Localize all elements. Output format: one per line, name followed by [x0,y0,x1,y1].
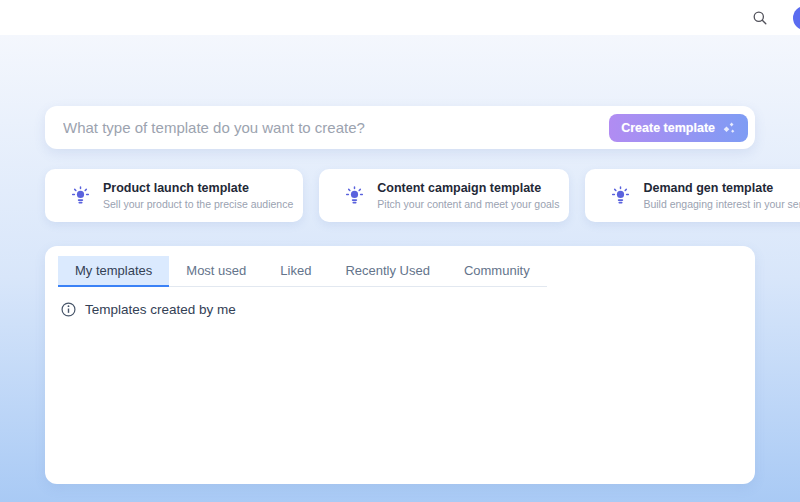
templates-empty-state: Templates created by me [61,302,742,317]
tab-recently-used[interactable]: Recently Used [328,256,447,286]
info-icon [61,302,76,317]
top-bar [0,0,800,35]
tab-my-templates[interactable]: My templates [58,256,169,286]
card-subtitle: Build engaging interest in your services [643,198,800,210]
user-avatar[interactable] [793,6,800,30]
card-subtitle: Pitch your content and meet your goals [377,198,559,210]
create-template-label: Create template [621,121,715,135]
template-suggestion-cards: Product launch template Sell your produc… [45,169,755,222]
card-title: Demand gen template [643,181,800,195]
card-title: Product launch template [103,181,293,195]
template-dashboard: Create template [0,35,800,502]
create-template-button[interactable]: Create template [609,114,748,142]
card-content-campaign-template[interactable]: Content campaign template Pitch your con… [319,169,569,222]
template-prompt-bar: Create template [45,106,755,149]
templates-empty-message: Templates created by me [85,302,236,317]
templates-panel: My templates Most used Liked Recently Us… [45,246,755,484]
lightbulb-icon [71,186,90,205]
template-prompt-input[interactable] [63,119,609,136]
tab-most-used[interactable]: Most used [169,256,263,286]
search-button[interactable] [750,8,770,28]
lightbulb-icon [611,186,630,205]
card-product-launch-template[interactable]: Product launch template Sell your produc… [45,169,303,222]
tab-liked[interactable]: Liked [263,256,328,286]
lightbulb-icon [345,186,364,205]
sparkles-icon [722,121,736,135]
search-icon [752,10,768,26]
templates-tab-bar: My templates Most used Liked Recently Us… [58,256,547,287]
card-subtitle: Sell your product to the precise audienc… [103,198,293,210]
card-demand-gen-template[interactable]: Demand gen template Build engaging inter… [585,169,800,222]
tab-community[interactable]: Community [447,256,547,286]
card-title: Content campaign template [377,181,559,195]
